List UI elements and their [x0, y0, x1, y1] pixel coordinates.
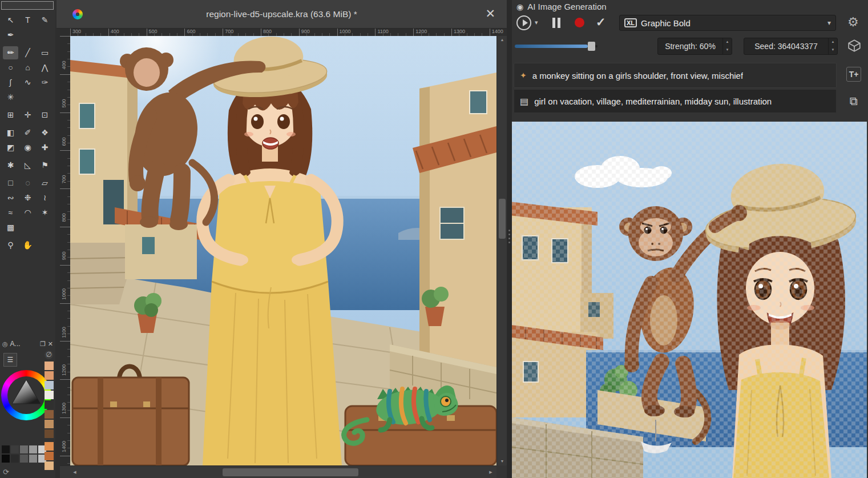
canvas-horizontal-scrollbar[interactable]: ◀ ▶: [60, 465, 496, 478]
hsv-triangle[interactable]: [7, 376, 45, 414]
no-color-swatch[interactable]: ∅: [45, 351, 53, 359]
reference-images-tool[interactable]: ⚑: [37, 159, 53, 172]
scroll-right-arrow[interactable]: ▶: [486, 466, 495, 478]
region-prompt-text[interactable]: a monkey sitting on a girls shoulder, fr…: [532, 71, 743, 81]
float-docker-icon[interactable]: ❐: [40, 340, 46, 348]
spin-arrows[interactable]: ▲ ▼: [828, 38, 837, 54]
gradient-tool[interactable]: ◧: [3, 126, 18, 139]
play-options-chevron[interactable]: ▾: [535, 19, 538, 26]
color-swatch[interactable]: [20, 445, 28, 453]
color-swatch[interactable]: [45, 371, 54, 380]
intersect-selection-tool[interactable]: ✶: [37, 206, 53, 219]
model-cube-button[interactable]: [847, 39, 861, 55]
move-tool[interactable]: ✛: [20, 109, 35, 122]
spin-down-icon[interactable]: ▼: [723, 46, 732, 54]
ellipse-tool[interactable]: ○: [3, 61, 18, 74]
text-region-icon[interactable]: T+: [846, 67, 861, 82]
color-swatch[interactable]: [11, 455, 19, 463]
root-prompt-text[interactable]: girl on vacation, village, mediterrainia…: [534, 97, 772, 106]
strength-spinbox[interactable]: Strength: 60% ▲ ▼: [657, 38, 732, 55]
scroll-left-arrow[interactable]: ◀: [70, 466, 79, 478]
dynamic-brush-tool[interactable]: ✑: [37, 76, 53, 89]
apply-button[interactable]: ✓: [596, 15, 606, 29]
rectangular-selection-tool[interactable]: □: [3, 176, 18, 190]
color-swatch[interactable]: [2, 445, 10, 453]
color-swatch[interactable]: [29, 445, 37, 453]
polygon-tool[interactable]: ⌂: [20, 61, 35, 74]
calligraphy-tool[interactable]: ✒: [3, 29, 18, 42]
close-document-icon[interactable]: ✕: [485, 7, 495, 21]
canvas[interactable]: [70, 36, 496, 465]
color-swatch[interactable]: [45, 442, 54, 451]
color-swatch[interactable]: [29, 455, 37, 463]
assistants-tool[interactable]: ✱: [3, 159, 18, 172]
bezier-curve-tool[interactable]: ∫: [3, 76, 18, 89]
pause-button[interactable]: [551, 18, 562, 28]
enclose-fill-tool[interactable]: ◉: [20, 141, 35, 154]
line-tool[interactable]: ╱: [20, 46, 35, 59]
document-titlebar[interactable]: region-live-d5-upscale.kra (63.6 MiB) * …: [56, 0, 507, 29]
measure-tool[interactable]: ◺: [20, 159, 35, 172]
slider-handle[interactable]: [588, 42, 595, 51]
scroll-up-arrow[interactable]: ▲: [497, 36, 507, 44]
toolbox-docker-handle[interactable]: [1, 1, 54, 10]
rectangle-tool[interactable]: ▭: [37, 46, 53, 59]
canvas-vertical-scrollbar[interactable]: ▲ ▼: [496, 36, 507, 465]
record-button[interactable]: [575, 18, 584, 27]
panel-splitter[interactable]: [507, 0, 512, 478]
region-layers-icon[interactable]: ⧉: [845, 93, 863, 110]
color-swatch[interactable]: [45, 361, 54, 370]
freehand-selection-tool[interactable]: ∾: [3, 191, 18, 204]
pan-tool[interactable]: ✋: [20, 239, 35, 252]
freehand-path-tool[interactable]: ∿: [20, 76, 35, 89]
hue-ring[interactable]: [1, 370, 51, 420]
close-docker-icon[interactable]: ✕: [48, 340, 53, 348]
horizontal-scroll-handle[interactable]: [223, 468, 358, 476]
seed-spinbox[interactable]: Seed: 364043377 ▲ ▼: [744, 38, 838, 55]
strength-slider[interactable]: [515, 42, 597, 51]
spin-up-icon[interactable]: ▲: [723, 38, 732, 46]
freehand-brush-tool[interactable]: ✏: [3, 46, 18, 59]
edit-shapes-tool[interactable]: ✎: [37, 14, 53, 27]
color-sampler-tool[interactable]: ✐: [20, 126, 35, 139]
zoom-tool[interactable]: ⚲: [3, 239, 18, 252]
color-swatch[interactable]: [20, 455, 28, 463]
color-swatch[interactable]: [45, 400, 54, 409]
text-tool[interactable]: T: [20, 14, 35, 27]
crop-tool[interactable]: ⊡: [37, 109, 53, 122]
root-prompt-input[interactable]: ▤ girl on vacation, village, mediterrain…: [514, 89, 837, 113]
color-swatch[interactable]: [11, 445, 19, 453]
color-swatch[interactable]: [45, 410, 54, 419]
play-button[interactable]: [516, 15, 531, 30]
bezier-selection-tool[interactable]: ≀: [37, 191, 53, 204]
spin-up-icon[interactable]: ▲: [829, 38, 837, 46]
spin-down-icon[interactable]: ▼: [829, 46, 837, 54]
refresh-icon[interactable]: ⟳: [3, 468, 9, 476]
shade-selector-menu-button[interactable]: ☰: [3, 353, 17, 367]
transform-tool[interactable]: ⊞: [3, 109, 18, 122]
color-swatch[interactable]: [2, 455, 10, 463]
polygonal-selection-tool[interactable]: ▱: [37, 176, 53, 190]
spin-arrows[interactable]: ▲ ▼: [722, 38, 732, 54]
select-shapes-tool[interactable]: ↖: [3, 14, 18, 27]
multibrush-tool[interactable]: ✳: [3, 91, 18, 104]
similar-color-selection-tool[interactable]: ❉: [20, 191, 35, 204]
style-select[interactable]: XL Graphic Bold ▾: [619, 15, 836, 31]
magnetic-selection-tool[interactable]: ≈: [3, 206, 18, 219]
color-swatch[interactable]: [45, 452, 54, 460]
pattern-tool[interactable]: ❖: [37, 126, 53, 139]
scroll-down-arrow[interactable]: ▼: [497, 457, 507, 465]
polyline-tool[interactable]: ⋀: [37, 61, 53, 74]
vertical-scroll-handle[interactable]: [499, 199, 506, 239]
fill-tool[interactable]: ◩: [3, 141, 18, 154]
color-swatch[interactable]: [45, 461, 54, 470]
settings-gear-button[interactable]: ⚙: [847, 15, 859, 30]
outline-selection-tool[interactable]: ◠: [20, 206, 35, 219]
smart-patch-tool[interactable]: ✚: [37, 141, 53, 154]
ai-preview-image[interactable]: [512, 122, 867, 478]
color-swatch[interactable]: [45, 391, 54, 399]
elliptical-selection-tool[interactable]: ◌: [20, 176, 35, 190]
enclose-selection-tool[interactable]: ▩: [3, 221, 18, 234]
color-swatch[interactable]: [45, 381, 54, 389]
color-swatch[interactable]: [45, 420, 54, 428]
